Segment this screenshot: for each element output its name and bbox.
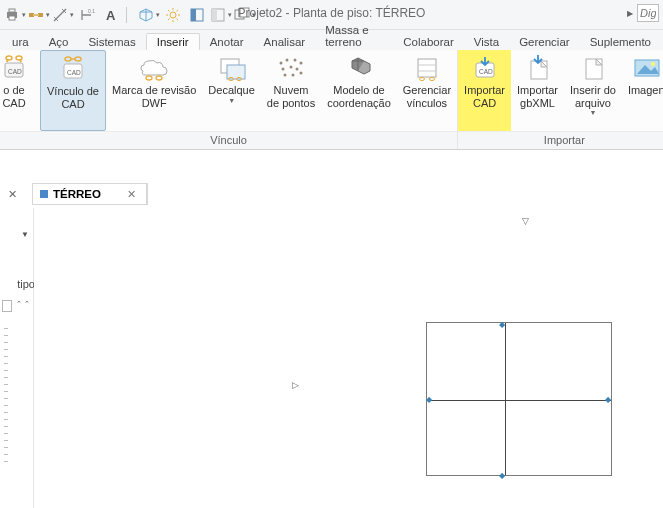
- svg-rect-51: [40, 190, 48, 198]
- collapse-down-icon[interactable]: ⌃: [24, 300, 30, 308]
- svg-point-23: [146, 76, 152, 80]
- search-chevron-icon: ▶: [627, 9, 633, 18]
- search-input[interactable]: [637, 4, 659, 22]
- sun-icon[interactable]: [162, 4, 184, 26]
- tab-analisar[interactable]: Analisar: [254, 34, 316, 50]
- svg-point-17: [6, 56, 12, 60]
- importar-cad-button[interactable]: CAD Importar CAD: [458, 50, 511, 131]
- imagem-label: Imagen: [628, 84, 663, 97]
- grip-west-icon[interactable]: ◆: [426, 395, 432, 404]
- insert-file-icon: [576, 54, 610, 82]
- svg-text:A: A: [106, 8, 116, 23]
- inserir-arquivo-button[interactable]: Inserir do arquivo ▼: [564, 50, 622, 131]
- print-icon[interactable]: [4, 4, 26, 26]
- svg-text:CAD: CAD: [67, 69, 81, 76]
- imagem-button[interactable]: Imagen: [622, 50, 663, 131]
- coord-model-icon: [342, 54, 376, 82]
- drawing-canvas[interactable]: ▽ ▷ ◆ ◆ ◆ ◆: [34, 208, 663, 508]
- grid-line-v: [505, 323, 506, 475]
- importar-gbxml-button[interactable]: Importar gbXML: [511, 50, 564, 131]
- svg-rect-46: [531, 61, 547, 79]
- tab-sistemas[interactable]: Sistemas: [78, 34, 145, 50]
- svg-point-34: [290, 66, 293, 69]
- svg-rect-26: [227, 65, 245, 79]
- join-icon[interactable]: [28, 4, 50, 26]
- link-cad-icon: CAD: [56, 55, 90, 83]
- import-cad-icon: CAD: [468, 54, 502, 82]
- importar-gbxml-label: Importar gbXML: [517, 84, 558, 109]
- svg-point-36: [284, 74, 287, 77]
- svg-rect-10: [191, 9, 196, 21]
- panel-toggle-icon[interactable]: [186, 4, 208, 26]
- gerenciar-label: Gerenciar vínculos: [403, 84, 451, 109]
- decal-icon: [215, 54, 249, 82]
- tab-aco[interactable]: Aço: [39, 34, 79, 50]
- tab-inserir[interactable]: Inserir: [146, 33, 200, 50]
- decalque-button[interactable]: Decalque ▼: [202, 50, 260, 131]
- svg-rect-1: [9, 9, 15, 12]
- nuvem-pontos-label: Nuvem de pontos: [267, 84, 315, 109]
- tab-massa[interactable]: Massa e terreno: [315, 22, 393, 50]
- palette-scale: [4, 328, 8, 502]
- svg-text:CAD: CAD: [8, 68, 22, 75]
- gerenciar-vinculos-button[interactable]: Gerenciar vínculos: [397, 50, 457, 131]
- text-icon[interactable]: A: [100, 4, 122, 26]
- svg-point-33: [282, 68, 285, 71]
- view-3d-icon[interactable]: [138, 4, 160, 26]
- modelo-label: Modelo de coordenação: [327, 84, 391, 109]
- window-icon[interactable]: [234, 4, 256, 26]
- ribbon-partial-left[interactable]: CAD o de CAD: [0, 50, 40, 131]
- grip-south-icon[interactable]: ◆: [499, 471, 505, 480]
- marca-revisao-button[interactable]: Marca de revisão DWF: [106, 50, 202, 131]
- dim-panel-icon[interactable]: [210, 4, 232, 26]
- import-gbxml-icon: [521, 54, 555, 82]
- view-tab-label: TÉRREO: [53, 188, 101, 200]
- svg-point-30: [286, 59, 289, 62]
- vinculo-cad-label: Vínculo de CAD: [47, 85, 99, 110]
- view-tab-icon: [39, 189, 49, 199]
- tab-anotar[interactable]: Anotar: [200, 34, 254, 50]
- dimension-icon[interactable]: 0.1: [76, 4, 98, 26]
- vinculo-cad-button[interactable]: CAD Vínculo de CAD: [40, 50, 106, 131]
- grip-north-icon[interactable]: ◆: [499, 320, 505, 329]
- tab-suplemento[interactable]: Suplemento: [580, 34, 661, 50]
- canvas-marker-icon: ▽: [522, 216, 529, 226]
- palette-field[interactable]: [2, 300, 12, 312]
- svg-point-32: [300, 62, 303, 65]
- svg-point-29: [280, 62, 283, 65]
- svg-point-35: [296, 68, 299, 71]
- chevron-down-icon: ▼: [589, 109, 596, 117]
- svg-rect-14: [240, 8, 249, 17]
- svg-rect-5: [33, 14, 39, 16]
- tab-estrutura[interactable]: ura: [2, 34, 39, 50]
- view-tab-terreo[interactable]: TÉRREO ✕: [33, 184, 147, 204]
- chevron-down-icon: ▼: [228, 97, 235, 105]
- svg-point-31: [294, 59, 297, 62]
- grip-east-icon[interactable]: ◆: [605, 395, 611, 404]
- view-tab-close-button[interactable]: ✕: [127, 188, 136, 201]
- svg-point-43: [429, 77, 434, 80]
- svg-point-18: [16, 56, 22, 60]
- point-cloud-icon: [274, 54, 308, 82]
- inserir-arquivo-label: Inserir do arquivo: [570, 84, 616, 109]
- svg-point-24: [156, 76, 162, 80]
- image-icon: [629, 54, 663, 82]
- manage-links-icon: [410, 54, 444, 82]
- canvas-cursor-icon: ▷: [292, 380, 299, 390]
- measure-icon[interactable]: [52, 4, 74, 26]
- importar-cad-label: Importar CAD: [464, 84, 505, 109]
- tab-gerenciar[interactable]: Gerenciar: [509, 34, 580, 50]
- tab-vista[interactable]: Vista: [464, 34, 509, 50]
- collapse-up-icon[interactable]: ⌃: [16, 300, 22, 308]
- marca-revisao-label: Marca de revisão DWF: [112, 84, 196, 109]
- palette-dropdown-button[interactable]: ▼: [21, 230, 29, 239]
- svg-point-50: [651, 62, 655, 66]
- properties-palette: ▼ tipo ⌃ ⌃: [0, 208, 34, 508]
- tab-colaborar[interactable]: Colaborar: [393, 34, 464, 50]
- nuvem-pontos-button[interactable]: Nuvem de pontos: [261, 50, 321, 131]
- close-panel-button[interactable]: ✕: [0, 183, 24, 205]
- ribbon-partial-left-label: o de CAD: [2, 84, 25, 109]
- modelo-coordenacao-button[interactable]: Modelo de coordenação: [321, 50, 397, 131]
- svg-text:CAD: CAD: [479, 68, 493, 75]
- group-vinculo-label: Vínculo: [0, 131, 457, 149]
